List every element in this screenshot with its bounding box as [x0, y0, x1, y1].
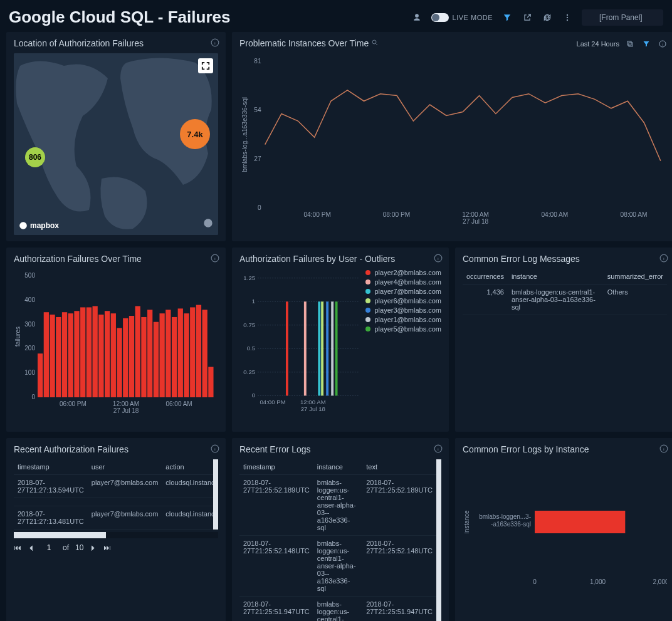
- table-header[interactable]: occurrences: [463, 269, 508, 284]
- svg-text:12:00 AM: 12:00 AM: [462, 211, 489, 218]
- time-range-select[interactable]: [582, 9, 663, 26]
- svg-rect-67: [208, 367, 213, 398]
- svg-rect-66: [202, 310, 207, 397]
- svg-text:04:00 PM: 04:00 PM: [260, 399, 285, 405]
- filter-icon[interactable]: [501, 12, 513, 23]
- refresh-icon[interactable]: [542, 12, 553, 23]
- legend-item[interactable]: player6@bmlabs.com: [365, 297, 441, 305]
- page-total: 10: [75, 543, 83, 552]
- expand-icon[interactable]: [198, 58, 213, 73]
- svg-text:i: i: [214, 41, 215, 45]
- search-icon[interactable]: [371, 38, 379, 48]
- table-row[interactable]: 2018-07-27T21:27:13.594UTCplayer7@bmlabs…: [14, 475, 213, 498]
- svg-text:i: i: [214, 447, 215, 451]
- bar-chart[interactable]: failures 010020030040050006:00 PM12:00 A…: [14, 269, 218, 425]
- table-row[interactable]: 2018-07-27T21:25:51.947UTCbmlabs-loggen:…: [239, 597, 436, 622]
- first-page-icon[interactable]: ⏮: [14, 543, 21, 552]
- svg-text:100: 100: [24, 369, 35, 376]
- svg-text:0: 0: [258, 204, 261, 211]
- svg-text:06:00 AM: 06:00 AM: [165, 400, 192, 407]
- table-row[interactable]: 1,436bmlabs-loggen:us-central1-anser-alp…: [463, 284, 667, 315]
- h-scrollbar[interactable]: [14, 532, 218, 538]
- of-label: of: [63, 543, 69, 552]
- svg-text:i: i: [663, 447, 664, 451]
- info-icon[interactable]: i: [657, 38, 668, 50]
- map-info-icon[interactable]: i: [203, 218, 213, 230]
- live-mode-toggle[interactable]: [431, 13, 449, 22]
- last-page-icon[interactable]: ⏭: [103, 543, 111, 552]
- svg-rect-59: [159, 313, 164, 397]
- panel-table-logs: Recent Error Logs i timestampinstancetex…: [232, 438, 449, 621]
- next-page-icon[interactable]: ⏵: [90, 543, 97, 552]
- panel-line: Problematic Instances Over Time Last 24 …: [232, 32, 672, 241]
- table-header[interactable]: summarized_error: [604, 269, 667, 284]
- svg-text:0: 0: [533, 578, 537, 585]
- info-icon[interactable]: i: [434, 444, 443, 455]
- mapbox-attribution: mapbox: [19, 221, 59, 230]
- info-icon[interactable]: i: [211, 444, 219, 455]
- filter-icon[interactable]: [641, 38, 652, 50]
- legend-item[interactable]: player4@bmlabs.com: [365, 278, 441, 286]
- legend-item[interactable]: player1@bmlabs.com: [365, 316, 441, 323]
- svg-rect-47: [87, 307, 92, 397]
- table-row[interactable]: 2018-07-27T21:27:13.481UTCplayer7@bmlabs…: [14, 506, 213, 530]
- table-header[interactable]: instance: [508, 269, 604, 284]
- panel-bar-failures: Authorization Failures Over Time i failu…: [6, 248, 226, 432]
- map-bubble-green[interactable]: 806: [25, 147, 45, 167]
- svg-text:i: i: [438, 257, 438, 261]
- panel-title: Recent Error Logs: [239, 444, 441, 454]
- svg-rect-43: [62, 312, 67, 397]
- table-header[interactable]: user: [88, 459, 162, 475]
- prev-page-icon[interactable]: ⏴: [28, 543, 35, 552]
- legend-item[interactable]: player2@bmlabs.com: [365, 269, 441, 276]
- share-icon[interactable]: [522, 12, 533, 23]
- svg-rect-64: [190, 307, 195, 397]
- info-icon[interactable]: i: [659, 444, 668, 455]
- more-icon[interactable]: [562, 12, 573, 23]
- svg-rect-65: [196, 305, 201, 397]
- map-bubble-orange[interactable]: 7.4k: [180, 119, 210, 149]
- table-header[interactable]: text: [362, 459, 436, 475]
- page-input[interactable]: [41, 543, 56, 552]
- table-row[interactable]: 2018-07-27T21:25:52.189UTCbmlabs-loggen:…: [239, 475, 436, 536]
- panel-title: Authorization Failures Over Time: [14, 254, 218, 264]
- svg-text:bmlabs-log...a163e336-sql: bmlabs-log...a163e336-sql: [241, 97, 248, 172]
- svg-rect-48: [93, 306, 98, 398]
- table-header[interactable]: timestamp: [239, 459, 313, 475]
- info-icon[interactable]: i: [211, 38, 219, 49]
- table-header[interactable]: timestamp: [14, 459, 88, 475]
- scrollbar[interactable]: [436, 459, 441, 621]
- info-icon[interactable]: i: [211, 254, 219, 264]
- bar-chart[interactable]: 00.250.50.7511.2504:00 PM12:00 AM27 Jul …: [239, 269, 360, 425]
- table-header[interactable]: instance: [313, 459, 362, 475]
- svg-rect-53: [123, 318, 128, 397]
- info-icon[interactable]: i: [434, 254, 443, 264]
- page-title: Google Cloud SQL - Failures: [9, 8, 230, 27]
- panel-hbar: Common Error Logs by Instance i instance…: [455, 438, 672, 621]
- legend-item[interactable]: player3@bmlabs.com: [365, 306, 441, 314]
- svg-rect-11: [627, 41, 631, 45]
- svg-rect-40: [44, 312, 49, 397]
- map[interactable]: 806 7.4k mapbox i: [14, 53, 218, 235]
- svg-point-0: [567, 14, 568, 15]
- scrollbar[interactable]: [213, 459, 218, 530]
- error-table: occurrencesinstancesummarized_error1,436…: [463, 269, 667, 315]
- table-header[interactable]: action: [162, 459, 213, 475]
- svg-rect-55: [135, 306, 140, 398]
- svg-text:i: i: [214, 257, 215, 261]
- svg-text:bmlabs-loggen...3-: bmlabs-loggen...3-: [479, 513, 531, 520]
- svg-text:i: i: [662, 43, 663, 46]
- legend-item[interactable]: player7@bmlabs.com: [365, 288, 441, 295]
- table-row[interactable]: [14, 498, 213, 506]
- svg-rect-49: [98, 315, 103, 397]
- legend-item[interactable]: player5@bmlabs.com: [365, 325, 441, 333]
- table-row[interactable]: 2018-07-27T21:25:52.148UTCbmlabs-loggen:…: [239, 536, 436, 597]
- svg-rect-45: [74, 311, 79, 397]
- line-chart[interactable]: bmlabs-log...a163e336-sql 027548104:00 P…: [239, 53, 667, 235]
- svg-rect-87: [318, 301, 320, 395]
- hbar-chart[interactable]: instance bmlabs-loggen...3--a163e336-sql…: [463, 459, 667, 591]
- duplicate-icon[interactable]: [624, 38, 636, 50]
- svg-rect-46: [80, 307, 85, 397]
- user-icon: [411, 12, 423, 23]
- info-icon[interactable]: i: [659, 254, 668, 264]
